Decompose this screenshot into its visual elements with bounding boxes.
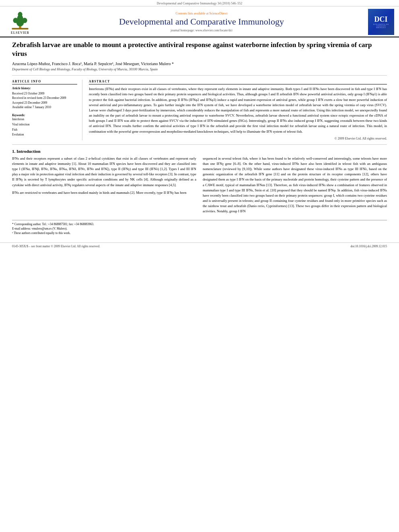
authors: Azucena López-Muñoz, Francisco J. Roca¹,… [12,62,387,66]
accepted-date: Accepted 23 December 2009 [12,101,77,105]
received-date: Received 23 October 2009 [12,91,77,96]
elsevier-label: ELSEVIER [11,31,29,35]
doi-text: doi:10.1016/j.dci.2009.12.015 [350,244,387,248]
affiliation: Department of Cell Biology and Histology… [12,67,387,71]
intro-para-2: IFNs are restricted to vertebrates and h… [12,190,196,195]
page-wrapper: Developmental and Comparative Immunology… [0,0,399,532]
journal-citation: Developmental and Comparative Immunology… [157,2,242,5]
divider [12,75,387,76]
bottom-bar: 0145-305X/$ – see front matter © 2009 El… [0,242,399,250]
keyword-viral: Viral infection [12,122,77,127]
svg-point-3 [18,12,22,17]
keyword-fish: Fish [12,127,77,133]
issn-text: 0145-305X/$ – see front matter © 2009 El… [12,244,100,248]
introduction-columns: IFNs and their receptors represent a sub… [12,156,387,217]
info-abstract-columns: ARTICLE INFO Article history: Received 2… [12,80,387,140]
article-info-column: ARTICLE INFO Article history: Received 2… [12,80,82,140]
footnote-corresponding: * Corresponding author. Tel.: +34 868887… [12,222,387,226]
svg-rect-6 [12,28,29,29]
dci-subtitle: DEVELOPMENTAL ANDCOMPARATIVEIMMUNOLOGY [373,24,389,29]
abstract-column: ABSTRACT Interferons (IFNs) and their re… [89,80,387,140]
keywords-section: Keywords: Interferon Viral infection Fis… [12,113,77,138]
footnote-email: E-mail address: vmulero@um.es (V. Mulero… [12,226,387,231]
elsevier-logo: ELSEVIER [4,9,36,35]
dci-letters: DCI [374,16,387,23]
elsevier-tree-icon [10,9,31,30]
received-revised-date: Received in revised form 23 December 200… [12,96,77,100]
journal-title: Developmental and Comparative Immunology [119,16,284,27]
journal-header-center: Contents lists available at ScienceDirec… [36,9,367,35]
available-date: Available online 7 January 2010 [12,105,77,109]
intro-left-column: IFNs and their receptors represent a sub… [12,156,196,217]
sciencedirect-link[interactable]: Contents lists available at ScienceDirec… [176,12,228,15]
article-history: Article history: Received 23 October 200… [12,86,77,109]
footnote-equal-contrib: ¹ These authors contributed equally to t… [12,231,387,235]
dci-logo: DCI DEVELOPMENTAL ANDCOMPARATIVEIMMUNOLO… [367,9,395,35]
intro-right-para-1: sequenced in several teleost fish, where… [203,156,387,214]
svg-point-5 [22,18,27,23]
contents-text: Contents lists available at ScienceDirec… [176,12,228,15]
keyword-interferon: Interferon [12,117,77,122]
copyright-line: © 2009 Elsevier Ltd. All rights reserved… [89,137,387,140]
divider-2 [12,144,387,145]
svg-point-4 [13,18,18,23]
intro-label: Introduction [16,149,41,154]
article-content: Zebrafish larvae are unable to mount a p… [0,37,399,239]
article-info-header: ARTICLE INFO [12,80,77,84]
intro-right-column: sequenced in several teleost fish, where… [203,156,387,217]
journal-header: ELSEVIER Contents lists available at Sci… [0,6,399,37]
keyword-evolution: Evolution [12,132,77,138]
abstract-text: Interferons (IFNs) and their receptors e… [89,86,387,134]
dci-box: DCI DEVELOPMENTAL ANDCOMPARATIVEIMMUNOLO… [368,9,394,35]
keywords-label: Keywords: [12,113,77,117]
introduction-title: 1. Introduction [12,149,387,154]
journal-citation-bar: Developmental and Comparative Immunology… [0,0,399,6]
article-title: Zebrafish larvae are unable to mount a p… [12,41,387,58]
introduction-section: 1. Introduction IFNs and their receptors… [12,149,387,217]
journal-homepage: journal homepage: www.elsevier.com/locat… [171,29,232,32]
history-label: Article history: [12,86,77,90]
abstract-header: ABSTRACT [89,80,387,84]
intro-para-1: IFNs and their receptors represent a sub… [12,156,196,188]
footnotes: * Corresponding author. Tel.: +34 868887… [12,220,387,236]
